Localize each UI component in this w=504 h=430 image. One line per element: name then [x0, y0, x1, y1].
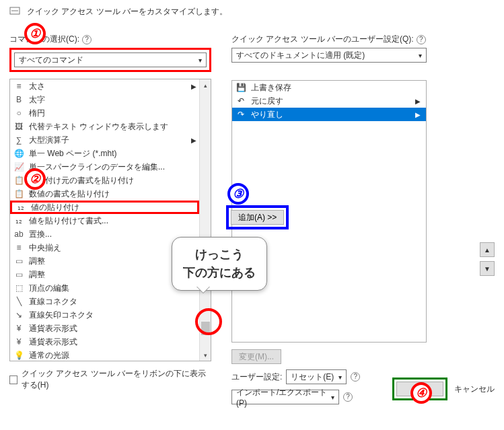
web-icon: 🌐	[13, 148, 25, 159]
list-item-label: 通貨表示形式	[29, 336, 77, 348]
list-item[interactable]: ○楕円	[10, 106, 199, 120]
light-icon: 💡	[13, 350, 25, 361]
list-item[interactable]: ╲直線コネクタ	[10, 295, 199, 308]
currency-icon: ¥	[13, 336, 25, 347]
annotation-badge-3: ③	[227, 183, 249, 205]
cancel-button[interactable]: キャンセル	[454, 384, 495, 395]
annotation-callout-line2: 下の方にある	[183, 266, 256, 279]
list-item-label: 通貨表示形式	[29, 323, 77, 334]
annotation-ring	[195, 308, 222, 335]
paste-fmt-icon: 📋	[13, 175, 25, 186]
spark-icon: 📈	[13, 162, 25, 172]
paste-val-icon: ₁₂	[15, 202, 27, 213]
scope-combo-value: すべてのドキュメントに適用 (既定)	[236, 50, 365, 61]
line-conn-icon: ╲	[13, 296, 25, 307]
list-item[interactable]: ₁₂値の貼り付け	[10, 201, 199, 214]
annotation-callout-line1: けっこう	[195, 248, 244, 261]
modify-button: 変更(M)...	[231, 349, 281, 364]
choose-commands-combo[interactable]: すべてのコマンド ▾	[14, 52, 207, 67]
page-title: クイック アクセス ツール バーをカスタマイズします。	[27, 6, 227, 17]
oval-icon: ○	[13, 108, 25, 118]
help-icon[interactable]: ?	[343, 392, 353, 402]
list-item-label: 通常の光源	[29, 350, 69, 361]
move-down-button[interactable]: ▼	[480, 261, 495, 276]
reset-dropdown-value: リセット(E)	[291, 371, 334, 383]
user-settings-label: ユーザー設定:	[231, 371, 282, 383]
submenu-indicator: ▶	[191, 83, 196, 90]
list-item[interactable]: 💡通常の光源	[10, 349, 199, 361]
redo-icon: ↷	[235, 109, 247, 120]
save-icon: 💾	[235, 82, 247, 93]
chevron-down-icon: ▾	[199, 57, 202, 64]
move-up-button[interactable]: ▲	[480, 242, 495, 257]
commands-listbox[interactable]: ≡太さ▶B太字○楕円🖼代替テキスト ウィンドウを表示します∑大型演算子▶🌐単一 …	[9, 79, 211, 361]
list-item[interactable]: 🌐単一 Web ページ (*.mht)	[10, 147, 199, 160]
list-item[interactable]: ⬚頂点の編集	[10, 281, 199, 295]
choose-commands-value: すべてのコマンド	[19, 55, 83, 66]
bold-icon: B	[13, 94, 25, 105]
list-item[interactable]: ¥通貨表示形式	[10, 335, 199, 349]
list-item-label: 値を貼り付けて書式...	[29, 215, 108, 227]
list-item[interactable]: ab置換...	[10, 227, 199, 241]
list-item-label: 頂点の編集	[29, 283, 69, 294]
list-item-label: 元に戻す	[251, 96, 283, 107]
list-item-label: 太字	[29, 94, 45, 106]
scroll-up-arrow[interactable]: ▴	[200, 79, 211, 91]
submenu-indicator: ▶	[415, 111, 423, 118]
import-export-dropdown[interactable]: インポート/エクスポート(P) ▾	[231, 390, 339, 404]
scope-combo[interactable]: すべてのドキュメントに適用 (既定) ▾	[231, 48, 427, 63]
alt-text-icon: 🖼	[13, 121, 25, 132]
reset-dropdown[interactable]: リセット(E) ▾	[286, 369, 347, 384]
list-item-label: 上書き保存	[251, 82, 291, 94]
list-item[interactable]: 💾上書き保存	[232, 81, 426, 94]
help-icon[interactable]: ?	[351, 372, 360, 382]
list-item-label: 中央揃え	[29, 242, 61, 254]
undo-icon: ↶	[235, 96, 247, 106]
help-icon[interactable]: ?	[82, 35, 92, 44]
chevron-down-icon: ▾	[338, 373, 342, 381]
line-weight-icon: ≡	[13, 81, 25, 92]
list-item-label: 調整	[29, 269, 45, 281]
list-item-label: 値の貼り付け	[31, 202, 79, 213]
list-item[interactable]: 🖼代替テキスト ウィンドウを表示します	[10, 120, 199, 133]
annotation-badge-4: ④	[410, 382, 432, 404]
list-item[interactable]: ₁₂値を貼り付けて書式...	[10, 214, 199, 227]
list-item-label: 置換...	[29, 229, 52, 240]
list-item[interactable]: ≡中央揃え	[10, 241, 199, 254]
list-item[interactable]: ▭調整	[10, 254, 199, 268]
submenu-indicator: ▶	[191, 137, 196, 144]
chevron-down-icon: ▾	[331, 394, 334, 401]
list-item-label: 大型演算子	[29, 135, 69, 146]
help-icon[interactable]: ?	[417, 35, 426, 44]
customize-qat-label: クイック アクセス ツール バーのユーザー設定(Q):	[231, 34, 414, 45]
show-below-ribbon-label: クイック アクセス ツール バーをリボンの下に表示する(H)	[22, 368, 211, 391]
show-below-ribbon-checkbox[interactable]	[9, 375, 17, 384]
list-item-label: 単一スパークラインのデータを編集...	[29, 162, 165, 173]
adjust-icon: ▭	[13, 256, 25, 266]
list-item-label: 調整	[29, 256, 45, 267]
list-item-label: 直線コネクタ	[29, 296, 77, 308]
submenu-indicator: ▶	[415, 98, 423, 105]
add-button[interactable]: 追加(A) >>	[231, 210, 284, 225]
list-item[interactable]: ▭調整	[10, 268, 199, 281]
annotation-callout: けっこう 下の方にある	[172, 237, 267, 291]
list-item[interactable]: ↶元に戻す▶	[232, 94, 426, 108]
list-item[interactable]: ¥通貨表示形式	[10, 322, 199, 335]
list-item-label: やり直し	[251, 109, 283, 120]
list-item-label: 直線矢印コネクタ	[29, 310, 94, 321]
paste-val2-icon: ₁₂	[13, 215, 25, 226]
list-item-label: 単一 Web ページ (*.mht)	[29, 148, 116, 159]
list-item[interactable]: B太字	[10, 93, 199, 106]
arrow-conn-icon: ↘	[13, 310, 25, 320]
list-item-label: 楕円	[29, 108, 45, 119]
paste-num-icon: 📋	[13, 188, 25, 199]
list-item[interactable]: ≡太さ▶	[10, 79, 199, 93]
customize-qat-icon	[9, 5, 22, 17]
list-item[interactable]: ∑大型演算子▶	[10, 133, 199, 147]
list-item-label: 太さ	[29, 81, 45, 92]
list-item[interactable]: ↷やり直し▶	[232, 108, 426, 121]
annotation-badge-2: ②	[24, 168, 46, 190]
center-icon: ≡	[13, 242, 25, 253]
scroll-down-arrow[interactable]: ▾	[200, 349, 211, 361]
list-item[interactable]: ↘直線矢印コネクタ	[10, 308, 199, 322]
